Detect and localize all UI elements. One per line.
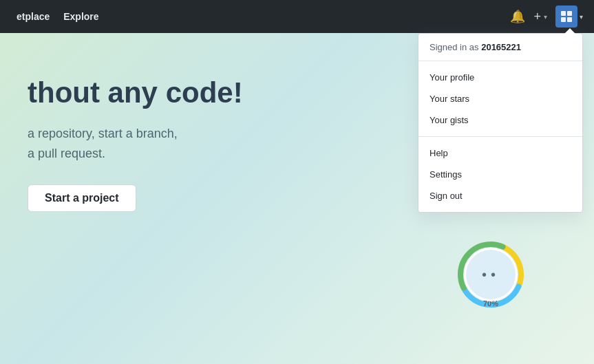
- dropdown-username: 20165221: [481, 42, 521, 52]
- explore-link[interactable]: Explore: [63, 11, 98, 22]
- user-dropdown-menu: Signed in as 20165221 Your profile Your …: [418, 33, 583, 213]
- hero-subtitle-line2: a pull request.: [28, 147, 105, 160]
- notifications-button[interactable]: 🔔: [510, 9, 525, 24]
- bell-icon: 🔔: [510, 9, 525, 24]
- chat-circle: ••: [456, 240, 525, 309]
- sign-out-item[interactable]: Sign out: [418, 185, 582, 206]
- dropdown-arrow: [564, 28, 575, 34]
- plus-icon: +: [533, 10, 541, 24]
- dropdown-section-account: Help Settings Sign out: [418, 137, 582, 212]
- avatar[interactable]: [555, 6, 577, 28]
- your-gists-item[interactable]: Your gists: [418, 109, 582, 131]
- dropdown-section-profile: Your profile Your stars Your gists: [418, 61, 582, 137]
- chat-eyes: ••: [482, 267, 500, 283]
- navbar-actions: 🔔 + ▾ ▾: [510, 6, 583, 28]
- svg-rect-2: [567, 11, 572, 16]
- hero-title-text: thout any code!: [28, 76, 243, 109]
- hero-title: thout any code!: [28, 76, 243, 110]
- avatar-caret-icon: ▾: [580, 13, 583, 21]
- svg-rect-1: [561, 11, 566, 16]
- start-project-button[interactable]: Start a project: [28, 184, 136, 212]
- marketplace-link[interactable]: etplace: [17, 11, 50, 22]
- avatar-icon: [560, 10, 573, 23]
- plus-caret-icon: ▾: [544, 13, 547, 21]
- your-stars-item[interactable]: Your stars: [418, 88, 582, 109]
- signed-in-label: Signed in as: [429, 42, 481, 52]
- svg-rect-4: [567, 17, 572, 22]
- user-menu-button[interactable]: ▾: [555, 6, 583, 28]
- your-profile-item[interactable]: Your profile: [418, 67, 582, 88]
- hero-section: thout any code! a repository, start a br…: [0, 76, 243, 212]
- new-item-button[interactable]: + ▾: [533, 10, 547, 24]
- navbar-left: etplace Explore: [11, 11, 99, 22]
- settings-item[interactable]: Settings: [418, 164, 582, 185]
- dropdown-header: Signed in as 20165221: [418, 34, 582, 61]
- chat-widget[interactable]: •• 70%: [456, 240, 525, 309]
- hero-subtitle-line1: a repository, start a branch,: [28, 127, 178, 140]
- help-item[interactable]: Help: [418, 142, 582, 164]
- navbar: etplace Explore 🔔 + ▾ ▾: [0, 0, 594, 33]
- chat-percent: 70%: [483, 299, 498, 308]
- svg-rect-3: [561, 17, 566, 22]
- hero-subtitle: a repository, start a branch, a pull req…: [28, 124, 243, 164]
